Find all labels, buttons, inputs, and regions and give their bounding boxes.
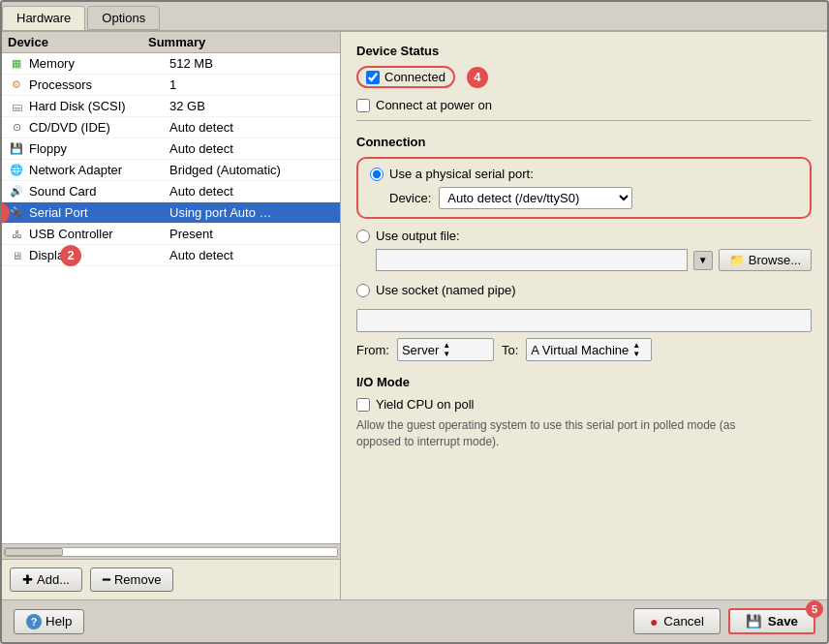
cancel-button[interactable]: ● Cancel [633, 608, 721, 634]
from-up-arrow[interactable]: ▲ [443, 341, 450, 350]
floppy-device-label: Floppy [29, 141, 169, 156]
device-row-display[interactable]: 🖥 Display Auto detect 2 [2, 245, 340, 266]
badge-3: 3 [2, 202, 10, 224]
remove-button[interactable]: ━ Remove [90, 567, 173, 592]
browse-icon: 📁 [729, 253, 745, 267]
save-icon: 💾 [746, 614, 762, 629]
remove-icon: ━ [103, 572, 110, 587]
scrollbar-area [2, 543, 340, 559]
socket-input[interactable] [356, 309, 812, 332]
connect-power-on-checkbox[interactable] [356, 99, 370, 112]
add-button[interactable]: ✚ Add... [10, 567, 82, 592]
bottom-bar: ? Help ● Cancel 💾 Save 5 [2, 599, 827, 642]
processors-summary: 1 [169, 77, 334, 92]
connected-checkbox[interactable] [366, 71, 380, 84]
harddisk-device-label: Hard Disk (SCSI) [29, 99, 169, 113]
to-value: A Virtual Machine [531, 343, 629, 357]
device-row-harddisk[interactable]: 🖴 Hard Disk (SCSI) 32 GB [2, 96, 340, 117]
cancel-label: Cancel [663, 614, 704, 629]
cddvd-icon: ⊙ [8, 121, 25, 135]
physical-port-box: Use a physical serial port: Device: Auto… [356, 157, 812, 219]
use-physical-radio[interactable] [370, 168, 384, 181]
left-panel: Device Summary ▦ Memory 512 MB ⚙ Process… [2, 32, 341, 599]
device-row-usb[interactable]: 🖧 USB Controller Present [2, 224, 340, 245]
badge-2: 2 [60, 245, 81, 266]
connect-power-on-label: Connect at power on [376, 98, 492, 112]
right-panel: Device Status Connected 4 Connect at pow… [341, 32, 827, 599]
help-label: Help [46, 614, 72, 629]
badge-5: 5 [806, 600, 823, 618]
device-status-title: Device Status [356, 44, 812, 58]
device-table: Device Summary ▦ Memory 512 MB ⚙ Process… [2, 32, 340, 543]
device-row-memory[interactable]: ▦ Memory 512 MB [2, 53, 340, 75]
display-summary: Auto detect [169, 248, 334, 262]
connection-title: Connection [356, 135, 812, 149]
to-up-arrow[interactable]: ▲ [632, 341, 640, 350]
sound-icon: 🔊 [8, 185, 25, 199]
usb-device-label: USB Controller [29, 227, 169, 241]
floppy-summary: Auto detect [169, 141, 334, 156]
use-output-radio[interactable] [356, 230, 370, 243]
device-row-serial[interactable]: 🔌 Serial Port Using port Auto detect (/d… [2, 202, 340, 224]
connection-section: Connection Use a physical serial port: D… [356, 135, 812, 361]
tab-bar: Hardware Options [2, 2, 827, 32]
display-device-label: Display [29, 248, 169, 262]
device-row-sound[interactable]: 🔊 Sound Card Auto detect [2, 181, 340, 202]
from-value: Server [402, 343, 439, 357]
scroll-thumb[interactable] [5, 548, 63, 556]
use-socket-radio[interactable] [356, 284, 370, 297]
memory-icon: ▦ [8, 57, 25, 71]
to-down-arrow[interactable]: ▼ [632, 350, 640, 358]
harddisk-icon: 🖴 [8, 100, 25, 113]
device-button-bar: ✚ Add... ━ Remove [2, 559, 340, 599]
network-summary: Bridged (Automatic) [169, 163, 334, 177]
serial-icon: 🔌 [8, 206, 25, 220]
tab-hardware[interactable]: Hardware [2, 6, 85, 30]
browse-button[interactable]: 📁 Browse... [719, 249, 812, 271]
connected-label: Connected [384, 70, 445, 84]
from-select[interactable]: Server ▲ ▼ [397, 338, 494, 361]
processors-icon: ⚙ [8, 78, 25, 92]
device-select[interactable]: Auto detect (/dev/ttyS0)Auto detect (/de… [439, 187, 632, 209]
scroll-track[interactable] [4, 547, 338, 557]
yield-cpu-checkbox[interactable] [356, 398, 370, 412]
remove-label: Remove [114, 572, 161, 587]
output-file-input[interactable] [376, 249, 688, 271]
main-window: Hardware Options Device Summary ▦ Memory… [0, 0, 829, 644]
output-file-dropdown[interactable]: ▼ [693, 251, 713, 270]
from-down-arrow[interactable]: ▼ [443, 350, 450, 358]
yield-cpu-label: Yield CPU on poll [376, 397, 474, 412]
browse-label: Browse... [749, 253, 801, 267]
sound-device-label: Sound Card [29, 184, 169, 199]
cddvd-summary: Auto detect [169, 120, 334, 135]
device-select-row: Device: Auto detect (/dev/ttyS0)Auto det… [389, 187, 798, 209]
io-mode-section: I/O Mode Yield CPU on poll Allow the gue… [356, 375, 812, 450]
io-mode-description: Allow the guest operating system to use … [356, 417, 763, 450]
tab-options[interactable]: Options [87, 6, 160, 30]
device-row-cddvd[interactable]: ⊙ CD/DVD (IDE) Auto detect [2, 117, 340, 138]
save-button[interactable]: 💾 Save 5 [728, 608, 815, 634]
to-label: To: [502, 343, 518, 357]
device-status-section: Device Status Connected 4 Connect at pow… [356, 44, 812, 112]
help-button[interactable]: ? Help [14, 609, 84, 634]
save-label: Save [768, 614, 798, 629]
usb-icon: 🖧 [8, 228, 25, 241]
floppy-icon: 💾 [8, 142, 25, 156]
connected-row: Connected 4 [356, 66, 488, 88]
serial-summary: Using port Auto detect (/de [169, 205, 276, 220]
add-icon: ✚ [22, 572, 33, 587]
summary-col-header: Summary [148, 35, 334, 49]
device-row-network[interactable]: 🌐 Network Adapter Bridged (Automatic) [2, 160, 340, 181]
main-content: Device Summary ▦ Memory 512 MB ⚙ Process… [2, 32, 827, 599]
io-mode-title: I/O Mode [356, 375, 812, 389]
use-output-file-row: Use output file: [356, 229, 812, 243]
badge-4: 4 [467, 67, 488, 88]
device-row-floppy[interactable]: 💾 Floppy Auto detect [2, 138, 340, 160]
harddisk-summary: 32 GB [169, 99, 334, 113]
device-row-processors[interactable]: ⚙ Processors 1 [2, 75, 340, 96]
to-select[interactable]: A Virtual Machine ▲ ▼ [526, 338, 652, 361]
use-physical-label: Use a physical serial port: [389, 167, 534, 181]
network-device-label: Network Adapter [29, 163, 169, 177]
cancel-icon: ● [650, 614, 658, 629]
action-buttons: ● Cancel 💾 Save 5 [633, 608, 815, 634]
